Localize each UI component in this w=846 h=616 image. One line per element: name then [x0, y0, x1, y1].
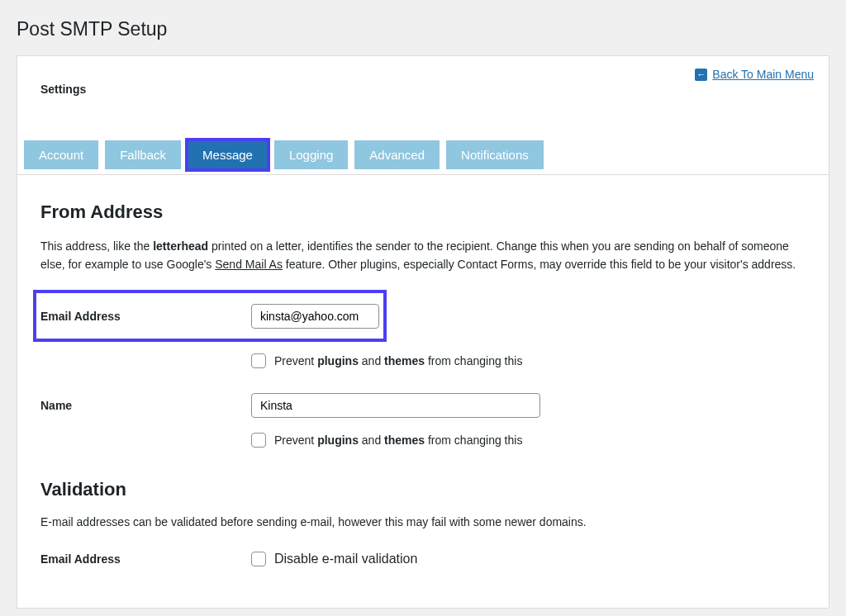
name-row: Name — [40, 393, 806, 418]
validation-section: Validation E-mail addresses can be valid… — [40, 479, 806, 566]
prevent-email-checkbox[interactable] — [251, 353, 266, 368]
tab-message[interactable]: Message — [188, 140, 268, 169]
back-arrow-icon: ← — [695, 69, 707, 81]
settings-label: Settings — [40, 83, 806, 96]
validation-email-row: Email Address Disable e-mail validation — [40, 552, 806, 566]
settings-panel: ← Back To Main Menu Settings Account Fal… — [17, 55, 829, 175]
prevent-name-checkbox-row: Prevent plugins and themes from changing… — [251, 433, 806, 448]
tab-account[interactable]: Account — [24, 140, 98, 169]
tab-logging[interactable]: Logging — [274, 140, 348, 169]
prevent-name-label: Prevent plugins and themes from changing… — [274, 434, 522, 447]
tab-fallback[interactable]: Fallback — [105, 140, 181, 169]
send-mail-as-link[interactable]: Send Mail As — [215, 258, 283, 271]
name-input[interactable] — [251, 393, 540, 418]
disable-validation-label: Disable e-mail validation — [274, 552, 417, 566]
disable-validation-checkbox[interactable] — [251, 552, 266, 566]
tabs-container: Account Fallback Message Logging Advance… — [17, 135, 829, 174]
panel-header: ← Back To Main Menu Settings — [17, 56, 829, 135]
back-to-main-menu-link[interactable]: ← Back To Main Menu — [695, 68, 814, 81]
email-address-label: Email Address — [40, 310, 251, 323]
from-address-title: From Address — [40, 201, 806, 223]
from-address-description: This address, like the letterhead printe… — [40, 238, 806, 273]
prevent-email-label: Prevent plugins and themes from changing… — [274, 354, 522, 367]
tab-notifications[interactable]: Notifications — [446, 140, 544, 169]
validation-title: Validation — [40, 479, 806, 500]
email-address-input[interactable] — [251, 304, 379, 329]
validation-description: E-mail addresses can be validated before… — [40, 515, 806, 528]
prevent-name-checkbox[interactable] — [251, 433, 266, 448]
email-address-row: Email Address — [36, 293, 383, 339]
prevent-email-checkbox-row: Prevent plugins and themes from changing… — [251, 353, 806, 368]
validation-email-label: Email Address — [40, 552, 251, 566]
content-area: From Address This address, like the lett… — [17, 175, 829, 609]
tab-advanced[interactable]: Advanced — [354, 140, 440, 169]
name-label: Name — [40, 399, 251, 412]
page-title: Post SMTP Setup — [0, 0, 846, 55]
back-link-text: Back To Main Menu — [712, 68, 814, 81]
